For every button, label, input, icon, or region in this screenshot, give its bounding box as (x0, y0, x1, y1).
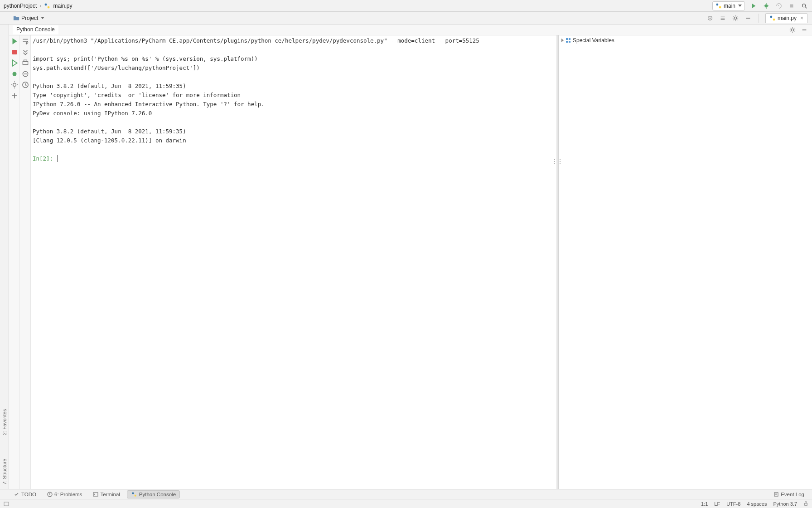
run-configuration-selector[interactable]: main (712, 1, 745, 10)
stop-button[interactable] (10, 48, 19, 56)
sidebar-structure-button[interactable]: 7: Structure (2, 459, 7, 484)
svg-rect-19 (802, 29, 807, 30)
project-tool-label: Project (21, 15, 38, 21)
svg-rect-2 (716, 3, 718, 5)
breadcrumb-file[interactable]: main.py (53, 3, 72, 9)
svg-rect-17 (773, 19, 775, 20)
todo-tab[interactable]: TODO (10, 491, 40, 498)
soft-wrap-button[interactable] (21, 37, 29, 45)
svg-rect-34 (774, 493, 778, 496)
status-hint-icon[interactable] (4, 501, 9, 507)
gear-icon[interactable] (788, 26, 797, 34)
svg-point-20 (12, 72, 16, 76)
new-console-button[interactable] (10, 92, 19, 100)
line-ending[interactable]: LF (714, 501, 720, 507)
svg-rect-0 (45, 3, 47, 5)
python-file-icon (715, 3, 722, 9)
bottom-tool-bar: TODO 6: Problems Terminal Python Console… (0, 489, 812, 499)
terminal-tab[interactable]: Terminal (89, 491, 124, 498)
console-line: Python 3.8.2 (default, Jun 8 2021, 11:59… (33, 128, 186, 135)
svg-rect-33 (135, 494, 136, 496)
event-log-tab-label: Event Log (781, 492, 804, 497)
panel-splitter[interactable]: ⋮⋮ (556, 35, 558, 489)
divider (759, 14, 759, 23)
interpreter-setting[interactable]: Python 3.7 (773, 501, 797, 507)
run-button[interactable] (749, 2, 758, 10)
console-tab-title[interactable]: Python Console (13, 25, 58, 34)
scroll-to-end-button[interactable] (21, 48, 29, 56)
svg-rect-22 (23, 62, 28, 65)
special-variables-node[interactable]: Special Variables (561, 37, 809, 44)
left-tool-stripe: 7: Structure 2: Favorites (0, 24, 9, 489)
settings-button[interactable] (10, 81, 19, 89)
editor-tab-main[interactable]: main.py × (765, 13, 807, 23)
file-encoding[interactable]: UTF-8 (726, 501, 740, 507)
hide-icon[interactable] (800, 26, 808, 34)
svg-rect-1 (48, 6, 49, 8)
console-line: PyDev console: using IPython 7.26.0 (33, 110, 152, 117)
svg-point-21 (13, 83, 16, 87)
close-icon[interactable]: × (800, 15, 803, 21)
variables-panel: Special Variables (558, 35, 812, 489)
run-config-label: main (724, 3, 735, 9)
event-log-tab[interactable]: Event Log (769, 491, 808, 498)
console-line: Type 'copyright', 'credits' or 'license'… (33, 92, 241, 98)
console-header: Python Console (9, 24, 812, 35)
indent-setting[interactable]: 4 spaces (747, 501, 767, 507)
python-file-icon (44, 3, 50, 9)
project-tool-button[interactable]: Project (10, 14, 48, 23)
svg-rect-32 (132, 492, 134, 494)
run-with-coverage-button[interactable] (775, 2, 783, 10)
debug-console-button[interactable] (10, 70, 19, 78)
svg-rect-16 (770, 16, 772, 18)
chevron-down-icon (41, 17, 44, 19)
settings-icon[interactable] (731, 14, 740, 22)
sidebar-favorites-button[interactable]: 2: Favorites (2, 409, 7, 435)
editor-tabs: main.py × (765, 13, 807, 23)
python-icon (131, 491, 137, 498)
search-everywhere-button[interactable] (800, 2, 808, 10)
execute-button[interactable] (10, 59, 19, 67)
svg-rect-28 (566, 41, 568, 43)
status-bar: 1:1 LF UTF-8 4 spaces Python 3.7 (0, 499, 812, 508)
cursor-position[interactable]: 1:1 (701, 501, 708, 507)
console-line: IPython 7.26.0 -- An enhanced Interactiv… (33, 101, 265, 107)
locate-icon[interactable] (706, 14, 714, 22)
show-variables-button[interactable] (21, 70, 29, 78)
console-output[interactable]: /usr/bin/python3 "/Applications/PyCharm … (31, 35, 556, 489)
problems-tab[interactable]: 6: Problems (43, 491, 86, 498)
rerun-button[interactable] (10, 37, 19, 45)
svg-point-10 (802, 4, 806, 7)
console-line: Python 3.8.2 (default, Jun 8 2021, 11:59… (33, 83, 186, 89)
special-variables-label: Special Variables (573, 37, 614, 44)
text-cursor (58, 155, 58, 162)
svg-point-14 (734, 17, 736, 19)
expand-all-icon[interactable] (719, 14, 727, 22)
stop-button[interactable] (788, 2, 796, 10)
toolbar-right: main (712, 1, 808, 10)
tool-window-bar: Project main.py × (0, 12, 812, 24)
svg-point-18 (791, 29, 793, 31)
breadcrumb-project[interactable]: pythonProject (4, 3, 37, 9)
python-file-icon (769, 15, 776, 21)
lock-icon[interactable] (803, 501, 808, 506)
console-action-column-2 (20, 35, 31, 489)
history-button[interactable] (21, 81, 29, 89)
python-console-panel: Python Console (9, 24, 812, 489)
svg-rect-23 (24, 60, 27, 61)
python-console-tab[interactable]: Python Console (127, 490, 180, 498)
console-line: import sys; print('Python %s on %s' % (s… (33, 55, 258, 62)
svg-point-13 (710, 17, 711, 19)
svg-rect-26 (566, 38, 568, 40)
tree-expand-icon[interactable] (561, 39, 564, 42)
todo-tab-label: TODO (21, 492, 36, 497)
chevron-down-icon (738, 5, 742, 7)
svg-rect-35 (4, 502, 9, 506)
breadcrumb-separator: › (39, 3, 41, 9)
python-console-tab-label: Python Console (139, 492, 176, 497)
svg-rect-3 (719, 6, 721, 8)
debug-button[interactable] (762, 2, 770, 10)
print-button[interactable] (21, 59, 29, 67)
variables-grid-icon (566, 38, 571, 43)
hide-icon[interactable] (744, 14, 752, 22)
